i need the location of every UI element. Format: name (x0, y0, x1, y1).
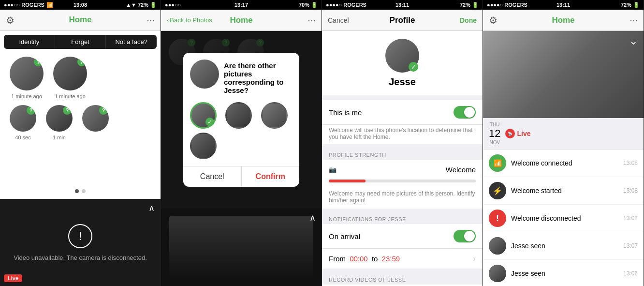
expand-icon[interactable]: ∧ (148, 203, 155, 213)
event-time-3: 13:07 (623, 242, 638, 249)
profile-strength-section: PROFILE STRENGTH 📷 Welcome Welcome may n… (322, 149, 483, 209)
battery-1: ▲▼ 72% 🔋 (126, 2, 157, 8)
notifications-section: NOTIFICATIONS FOR JESSE On arrival From … (322, 213, 483, 269)
time-1: 13:08 (73, 2, 87, 8)
event-icon-4 (489, 265, 506, 282)
time-range-row[interactable]: From 00:00 to 23:59 › (322, 249, 483, 269)
event-label-1: Welcome started (511, 187, 618, 195)
profile-name: Jesse (389, 76, 416, 88)
page-dots (0, 189, 161, 199)
time-to: 23:59 (382, 255, 400, 263)
status-bar-2: ●●●○○ 13:17 70%🔋 (161, 0, 322, 10)
date-section: THU 12 NOV 📡 Live (483, 118, 644, 150)
this-is-me-row: This is me (322, 100, 483, 125)
event-icon-0: 📶 (489, 154, 506, 172)
dialog-question: Are there other pictures corresponding t… (224, 61, 293, 94)
progress-track (329, 180, 476, 182)
cancel-button[interactable]: Cancel (183, 166, 242, 187)
question-badge-2: ? (77, 58, 86, 66)
panel3-content: ✓ Jesse This is me Welcome will use this… (322, 31, 483, 286)
done-button[interactable]: Done (460, 16, 477, 24)
face-item-5[interactable]: ? (82, 105, 109, 140)
profile-avatar-section: ✓ Jesse (322, 31, 483, 95)
forget-button[interactable]: Forget (55, 35, 106, 49)
this-is-me-toggle[interactable] (454, 106, 476, 119)
live-text: Live (517, 130, 530, 137)
dialog-face (190, 60, 219, 89)
camera-offline-area: ∧ ! Video unavailable. The camera is dis… (0, 199, 161, 286)
gear-icon-4[interactable]: ⚙ (489, 15, 498, 26)
event-label-2: Welcome disconnected (511, 214, 618, 222)
on-arrival-toggle[interactable] (454, 230, 476, 242)
dialog-overlay: Are there other pictures corresponding t… (161, 31, 322, 209)
time-from: 00:00 (350, 255, 368, 263)
expand-icon-2[interactable]: ∧ (309, 212, 316, 223)
event-time-1: 13:08 (623, 187, 638, 194)
on-arrival-row: On arrival (322, 224, 483, 249)
cancel-button-3[interactable]: Cancel (328, 16, 349, 24)
profile-strength-header: PROFILE STRENGTH (322, 149, 483, 160)
confirm-button[interactable]: Confirm (242, 166, 300, 187)
question-badge-4: ? (63, 106, 72, 115)
dialog-actions: Cancel Confirm (183, 166, 299, 187)
this-is-me-section: This is me Welcome will use this phone's… (322, 100, 483, 144)
battery-2: 70%🔋 (299, 2, 318, 8)
dialog-grid-face-4[interactable] (190, 133, 217, 159)
event-item-2: ! Welcome disconnected 13:08 (483, 205, 644, 232)
more-icon-1[interactable]: ··· (146, 15, 155, 26)
this-is-me-label: This is me (329, 108, 362, 117)
face-item-2[interactable]: ? 1 minute ago (53, 57, 87, 99)
profile-title: Profile (390, 15, 415, 25)
dialog-grid-face-3[interactable] (261, 102, 288, 129)
face-item-1[interactable]: ? 1 minute ago (10, 57, 44, 99)
camera-view-4: ⌄ (483, 31, 644, 118)
face-item-3[interactable]: ? 40 sec (10, 105, 36, 140)
panel1-content: Identify Forget Not a face? ? 1 minute a… (0, 31, 161, 199)
face-circle-2: ? (53, 57, 87, 90)
more-icon-4[interactable]: ··· (629, 15, 638, 26)
month-label: NOV (489, 140, 500, 145)
nav-bar-3: Cancel Profile Done (322, 10, 483, 31)
profile-check-icon: ✓ (409, 62, 418, 72)
gear-icon-1[interactable]: ⚙ (6, 15, 15, 26)
date-number: 12 (489, 127, 500, 140)
face-circle-5: ? (82, 105, 109, 132)
question-badge-3: ? (27, 106, 35, 115)
notifications-header: NOTIFICATIONS FOR JESSE (322, 213, 483, 224)
panel-1: ●●●○○ ROGERS 📶 13:08 ▲▼ 72% 🔋 ⚙ Home ···… (0, 0, 161, 286)
not-a-face-button[interactable]: Not a face? (106, 35, 157, 49)
home-title-2: Home (230, 15, 252, 25)
face-list-more: ? 40 sec ? 1 min ? (0, 99, 161, 140)
face-list-1: ? 1 minute ago ? 1 minute ago (0, 49, 161, 99)
carrier-2: ●●●○○ (165, 2, 181, 8)
time-4: 13:11 (556, 2, 570, 8)
face-time-1: 1 minute ago (11, 93, 42, 99)
dialog-grid-face-1[interactable]: ✓ (190, 102, 217, 129)
face-time-2: 1 minute ago (55, 93, 86, 99)
panel-2: ●●●○○ 13:17 70%🔋 ‹ Back to Photos Home ·… (161, 0, 322, 286)
event-time-0: 13:08 (623, 160, 638, 166)
panel2-bottom: ∧ (161, 209, 322, 286)
nav-bar-4: ⚙ Home ··· (483, 10, 644, 31)
face-circle-1: ? (10, 57, 44, 90)
live-badge-1: Live (4, 274, 22, 282)
dialog-grid-face-2[interactable] (225, 102, 252, 129)
record-header: RECORD VIDEOS OF JESSE (322, 274, 483, 285)
more-icon-2[interactable]: ··· (307, 15, 316, 26)
welcome-camera-icon: 📷 (329, 166, 337, 173)
chevron-down-icon[interactable]: ⌄ (629, 35, 638, 47)
welcome-row: 📷 Welcome (322, 160, 483, 180)
profile-progress (322, 180, 483, 188)
offline-text: Video unavailable. The camera is disconn… (14, 254, 147, 261)
face-item-4[interactable]: ? 1 min (46, 105, 73, 140)
event-item-4: Jesse seen 13:06 (483, 260, 644, 286)
dot-1 (75, 189, 79, 193)
identify-button[interactable]: Identify (4, 35, 55, 49)
record-videos-section: RECORD VIDEOS OF JESSE Never On Arrival … (322, 274, 483, 286)
day-label: THU (489, 122, 500, 127)
back-button-2[interactable]: ‹ Back to Photos (167, 16, 212, 24)
carrier-4: ●●●●○ ROGERS (487, 2, 527, 8)
welcome-label: Welcome (446, 166, 476, 174)
face-circle-4: ? (46, 105, 73, 132)
face-time-4: 1 min (53, 135, 66, 140)
